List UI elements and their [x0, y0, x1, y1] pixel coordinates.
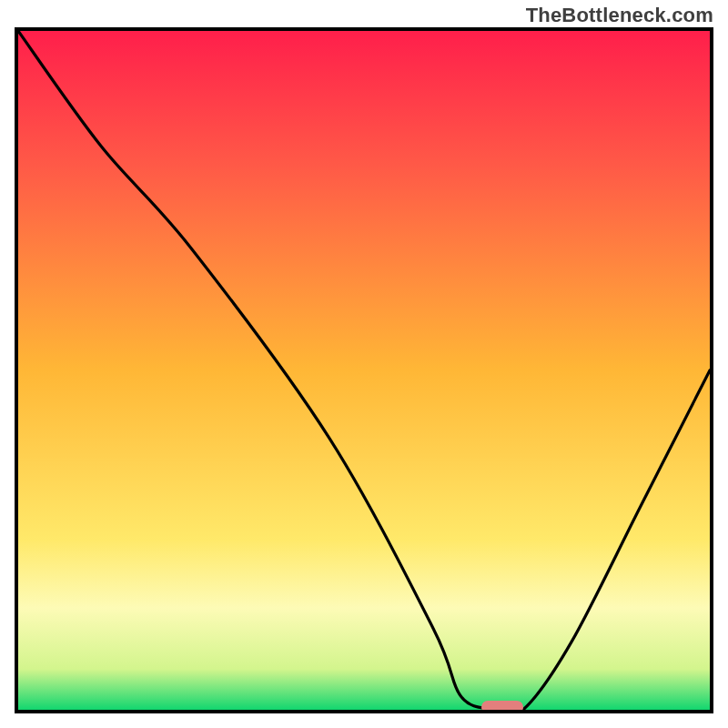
watermark-text: TheBottleneck.com: [526, 4, 713, 27]
optimal-marker: [481, 701, 523, 710]
chart-frame: [15, 27, 713, 713]
gradient-background: [18, 31, 710, 710]
bottleneck-chart: [18, 31, 710, 710]
